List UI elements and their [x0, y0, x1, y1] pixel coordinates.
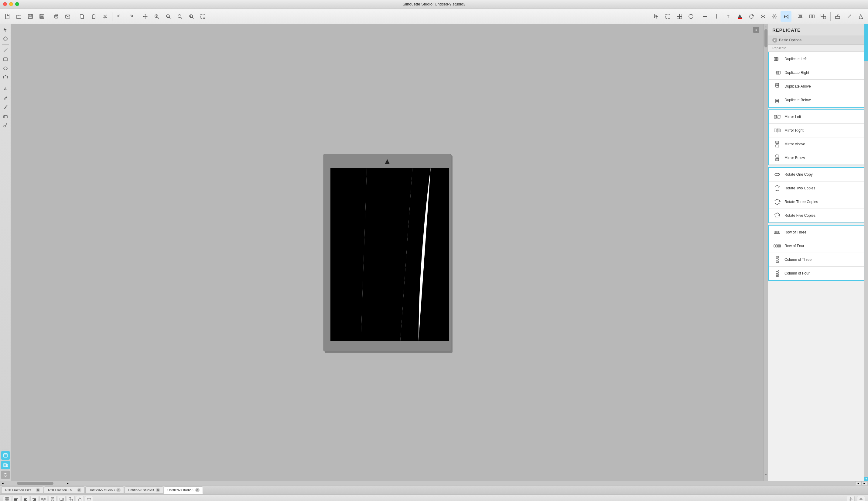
group-tool[interactable]	[806, 11, 817, 22]
canvas-h-scrollbar[interactable]: ◄ ► ◄ ►	[0, 481, 868, 485]
nav-left[interactable]: ◄	[855, 481, 861, 486]
cut-button[interactable]	[100, 11, 111, 22]
status-distribute-v-btn[interactable]	[48, 496, 56, 501]
canvas-scrollbar[interactable]: ▲ ▼	[763, 24, 768, 481]
knife-tool[interactable]	[844, 11, 855, 22]
tab-fraction-pizz[interactable]: 1/20 Fraction Pizz... ✕	[1, 487, 43, 494]
tab-close-4[interactable]: ✕	[195, 488, 199, 492]
line-v-tool[interactable]	[711, 11, 722, 22]
canvas-white-area[interactable]	[330, 168, 449, 341]
status-grid-btn[interactable]	[3, 496, 11, 501]
close-button[interactable]	[3, 2, 7, 6]
maximize-button[interactable]	[15, 2, 19, 6]
layers-panel-btn[interactable]	[1, 451, 10, 460]
rotate-three-item[interactable]: Rotate Three Copies	[769, 195, 864, 209]
status-align-left-btn[interactable]	[12, 496, 20, 501]
section-collapse-icon[interactable]: ▼	[772, 38, 777, 43]
line-draw-tool[interactable]	[1, 46, 10, 54]
library-panel-btn[interactable]	[1, 461, 10, 469]
text-draw-tool[interactable]: A	[1, 85, 10, 93]
rotate-90-tool[interactable]	[746, 11, 757, 22]
tab-close-3[interactable]: ✕	[156, 488, 160, 492]
undo-button[interactable]	[114, 11, 125, 22]
ungroup-tool[interactable]	[818, 11, 829, 22]
panel-scroll-down[interactable]: ▼	[864, 477, 868, 481]
save-format-button[interactable]	[36, 11, 47, 22]
minimize-button[interactable]	[9, 2, 13, 6]
panel-scrollbar-thumb[interactable]	[864, 24, 868, 61]
select-all-tool[interactable]	[651, 11, 662, 22]
redo-button[interactable]	[125, 11, 136, 22]
gear-btn[interactable]	[857, 496, 865, 501]
scroll-up-arrow[interactable]: ▲	[764, 24, 768, 29]
align-tool[interactable]	[795, 11, 806, 22]
tab-untitled8[interactable]: Untitled-8.studio3 ✕	[124, 487, 163, 494]
status-ungroup-btn[interactable]	[67, 496, 75, 501]
circle-select-tool[interactable]	[685, 11, 696, 22]
multi-select-tool[interactable]	[674, 11, 685, 22]
column-of-four-item[interactable]: Column of Four	[769, 267, 864, 280]
ellipse-draw-tool[interactable]	[1, 64, 10, 73]
status-align-center-btn[interactable]	[21, 496, 29, 501]
send-button[interactable]	[62, 11, 73, 22]
brush-draw-tool[interactable]	[1, 103, 10, 111]
line-h-tool[interactable]	[700, 11, 711, 22]
print-button[interactable]	[51, 11, 62, 22]
zoom-fit-button[interactable]	[174, 11, 185, 22]
rect-select-tool[interactable]	[662, 11, 673, 22]
pencil-draw-tool[interactable]	[1, 94, 10, 102]
column-of-three-item[interactable]: Column of Three	[769, 253, 864, 267]
dropper-draw-tool[interactable]	[1, 121, 10, 129]
status-align-right-btn[interactable]	[30, 496, 38, 501]
rect-draw-tool[interactable]	[1, 55, 10, 64]
history-panel-btn[interactable]	[1, 471, 10, 479]
expand-panel-button[interactable]: »	[753, 27, 759, 33]
paint-bucket-tool[interactable]	[855, 11, 866, 22]
tab-close-1[interactable]: ✕	[77, 488, 81, 492]
paste-button[interactable]	[88, 11, 99, 22]
scrollbar-thumb[interactable]	[765, 29, 768, 47]
mirror-right-item[interactable]: Mirror Right	[769, 124, 864, 137]
tab-untitled5[interactable]: Untitled-5.studio3 ✕	[85, 487, 124, 494]
save-button[interactable]	[25, 11, 36, 22]
mirror-above-item[interactable]: Mirror Above	[769, 137, 864, 151]
rotate-five-item[interactable]: Rotate Five Copies	[769, 209, 864, 223]
open-button[interactable]	[13, 11, 24, 22]
polygon-draw-tool[interactable]	[1, 73, 10, 82]
status-distribute-h-btn[interactable]	[40, 496, 47, 501]
duplicate-left-item[interactable]: Duplicate Left	[769, 52, 864, 66]
flip-v-tool[interactable]	[769, 11, 780, 22]
h-scroll-left[interactable]: ◄	[1, 482, 5, 485]
tab-close-2[interactable]: ✕	[116, 488, 121, 492]
basic-options-header[interactable]: ▼ Basic Options	[768, 36, 864, 45]
zoom-out-button[interactable]	[163, 11, 174, 22]
pan-button[interactable]	[140, 11, 151, 22]
zoom-area-button[interactable]	[197, 11, 208, 22]
status-group-btn[interactable]	[58, 496, 66, 501]
rotate-two-item[interactable]: Rotate Two Copies	[769, 181, 864, 195]
row-of-four-item[interactable]: Row of Four	[769, 239, 864, 253]
h-scrollbar-thumb[interactable]	[17, 482, 53, 485]
status-lock-btn[interactable]	[76, 496, 84, 501]
rotate-one-item[interactable]: Rotate One Copy	[769, 168, 864, 181]
h-scroll-right[interactable]: ►	[66, 482, 70, 485]
status-arrange-btn[interactable]	[85, 496, 93, 501]
copy-button[interactable]	[77, 11, 87, 22]
flip-h-tool[interactable]	[757, 11, 768, 22]
row-of-three-item[interactable]: Row of Three	[769, 226, 864, 239]
mirror-tool[interactable]	[781, 11, 791, 22]
eraser-draw-tool[interactable]	[1, 112, 10, 120]
canvas-area[interactable]: » ▲	[11, 24, 763, 481]
duplicate-below-item[interactable]: Duplicate Below	[769, 93, 864, 107]
tab-close-0[interactable]: ✕	[36, 488, 40, 492]
duplicate-right-item[interactable]: Duplicate Right	[769, 66, 864, 79]
settings-btn[interactable]	[847, 496, 855, 501]
mirror-below-item[interactable]: Mirror Below	[769, 151, 864, 165]
tab-untitled9[interactable]: Untitled-9.studio3 ✕	[164, 487, 203, 494]
node-edit-tool[interactable]	[1, 35, 10, 43]
text-format-tool[interactable]: T	[723, 11, 734, 22]
fill-color-tool[interactable]	[734, 11, 745, 22]
zoom-prev-button[interactable]	[186, 11, 197, 22]
scroll-down-arrow[interactable]: ▼	[764, 472, 768, 477]
duplicate-above-item[interactable]: Duplicate Above	[769, 79, 864, 93]
